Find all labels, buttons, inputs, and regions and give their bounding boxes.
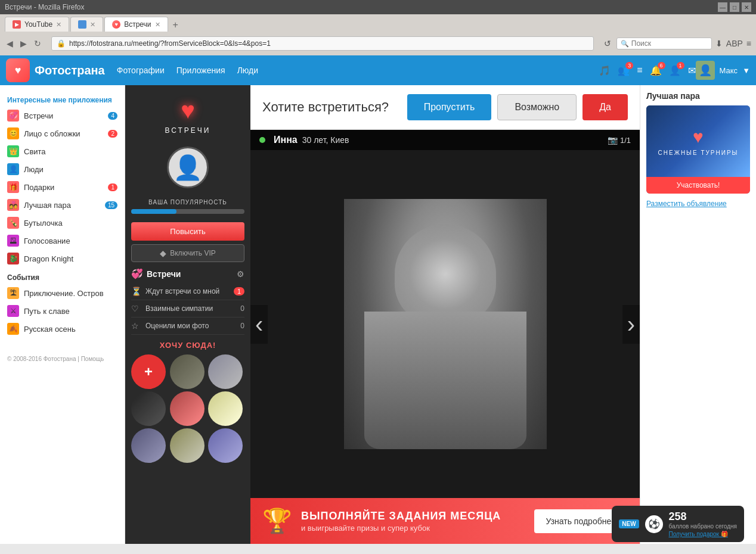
score-ball-icon: ⚽ (645, 515, 663, 533)
mutual-label: Взаимные симпатии (145, 304, 240, 313)
glory-icon: ⚔ (7, 305, 19, 317)
hochu-avatar-7[interactable] (170, 428, 205, 463)
bestpair-app-icon: 💑 (7, 199, 19, 211)
gifts-badge: 1 (108, 183, 117, 191)
reload-button[interactable]: ↺ (602, 39, 613, 48)
list-icon[interactable]: ≡ (637, 65, 642, 76)
tab-close-2[interactable]: ✕ (90, 21, 95, 29)
search-input[interactable] (631, 39, 703, 48)
friends-icon[interactable]: 👥 3 (618, 65, 630, 76)
hochu-avatar-3[interactable] (131, 391, 166, 426)
bottle-app-icon: 🍾 (7, 217, 19, 229)
tab-vstrech[interactable]: ♥ Встречи ✕ (104, 17, 168, 32)
vip-btn-label: Включить VIP (170, 249, 216, 257)
profile-icon[interactable]: 👤 1 (669, 65, 681, 76)
tab-close-vstrech[interactable]: ✕ (155, 21, 160, 29)
menu-button[interactable]: ≡ (746, 39, 751, 48)
tab-close-youtube[interactable]: ✕ (56, 21, 61, 29)
hochu-add-button[interactable]: + (131, 354, 166, 389)
content-area: Хотите встретиться? Пропустить Возможно … (250, 85, 640, 544)
tab-youtube[interactable]: ▶ YouTube ✕ (5, 17, 69, 32)
filter-icon[interactable]: ⚙ (237, 269, 244, 279)
mail-icon[interactable]: ✉ (688, 65, 696, 76)
url-input[interactable] (69, 39, 588, 48)
footer-text: © 2008-2016 Фотострана | Помощь (0, 350, 125, 368)
sidebar-item-vote-label: Голосование (24, 236, 70, 245)
sidebar-item-svita[interactable]: 👑 Свита (0, 142, 125, 160)
sidebar-item-vote[interactable]: 🗳 Голосование (0, 232, 125, 250)
download-button[interactable]: ⬇ (715, 39, 723, 48)
user-area[interactable]: 👤 Макс ▼ (696, 61, 750, 80)
maybe-button[interactable]: Возможно (497, 94, 577, 120)
rated-count: 0 (240, 322, 244, 330)
user-profile-avatar[interactable]: 👤 (167, 147, 209, 188)
sidebar-item-vstrech-label: Встречи (24, 111, 53, 120)
boost-button[interactable]: Повысить (131, 222, 244, 241)
popularity-bar-bg (131, 209, 244, 214)
sidebar-item-people[interactable]: 👤 Люди (0, 160, 125, 178)
new-tab-button[interactable]: + (169, 18, 182, 32)
waiting-badge: 1 (234, 287, 244, 295)
score-widget: NEW ⚽ 258 баллов набрано сегодня Получит… (612, 506, 744, 542)
sidebar-item-gifts[interactable]: 🎁 Подарки 1 (0, 178, 125, 196)
sidebar-item-autumn-label: Русская осень (24, 325, 76, 334)
sidebar-item-autumn[interactable]: 🍂 Русская осень (0, 320, 125, 338)
waiting-icon: ⏳ (131, 287, 145, 296)
user-dropdown-icon[interactable]: ▼ (742, 66, 750, 75)
abp-button[interactable]: ABP (726, 39, 743, 48)
tab-bar: ▶ YouTube ✕ ✕ ♥ Встречи ✕ + (0, 14, 756, 32)
logo-area[interactable]: ♥ Фотострана (6, 58, 105, 82)
maximize-button[interactable]: □ (730, 2, 739, 12)
vip-button[interactable]: ◆ Включить VIP (131, 244, 244, 262)
back-button[interactable]: ◀ (5, 39, 15, 48)
hochu-avatar-1[interactable] (170, 354, 205, 389)
photo-prev-button[interactable]: ‹ (250, 305, 268, 344)
place-ad-link[interactable]: Разместить объявление (646, 200, 750, 208)
notify-icon[interactable]: 🔔 6 (650, 65, 662, 76)
online-dot (259, 137, 265, 143)
nav-people[interactable]: Люди (237, 66, 258, 75)
mutual-count: 0 (240, 304, 244, 313)
tab-vstrech-label: Встречи (124, 20, 151, 29)
music-icon[interactable]: 🎵 (599, 65, 611, 76)
forward-button[interactable]: ▶ (18, 39, 29, 48)
sidebar-item-dragon[interactable]: 🐉 Dragon Knight (0, 250, 125, 267)
photo-section: Инна 30 лет, Киев 📷 1/1 ‹ › � (250, 130, 640, 544)
participate-button[interactable]: Участвовать! (646, 177, 750, 194)
title-bar: Встречи - Mozilla Firefox — □ ✕ (0, 0, 756, 14)
sidebar-item-vstrech[interactable]: 💞 Встречи 4 (0, 107, 125, 125)
vip-diamond-icon: ◆ (160, 248, 166, 258)
rated-icon: ☆ (131, 321, 145, 331)
nav-apps[interactable]: Приложения (176, 66, 225, 75)
skip-button[interactable]: Пропустить (407, 94, 492, 120)
yes-button[interactable]: Да (583, 94, 628, 120)
tab-2[interactable]: ✕ (70, 17, 103, 32)
gifts-app-icon: 🎁 (7, 181, 19, 193)
nav-photos[interactable]: Фотографии (117, 66, 165, 75)
meeting-item-mutual[interactable]: ♡ Взаимные симпатии 0 (131, 300, 244, 318)
trophy-icon: 🏆 (262, 507, 292, 535)
meeting-item-waiting[interactable]: ⏳ Ждут встречи со мной 1 (131, 283, 244, 300)
person-identity: Инна 30 лет, Киев (259, 135, 349, 145)
refresh-button[interactable]: ↻ (32, 39, 43, 48)
mutual-icon: ♡ (131, 304, 145, 313)
sidebar-item-face[interactable]: 😊 Лицо с обложки 2 (0, 125, 125, 142)
rated-label: Оценили мои фото (145, 322, 240, 330)
user-avatar: 👤 (696, 61, 715, 80)
sidebar-item-bestpair[interactable]: 💑 Лучшая пара 15 (0, 196, 125, 214)
sidebar-item-bottle[interactable]: 🍾 Бутылочка (0, 214, 125, 232)
hochu-avatar-5[interactable] (208, 391, 243, 426)
close-button[interactable]: ✕ (742, 2, 751, 12)
photo-next-button[interactable]: › (622, 305, 640, 344)
hochu-avatar-8[interactable] (208, 428, 243, 463)
hochu-avatar-6[interactable] (131, 428, 166, 463)
sidebar-item-adventure[interactable]: 🏝 Приключение. Остров (0, 284, 125, 302)
header-icons: 🎵 👥 3 ≡ 🔔 6 👤 1 ✉ (599, 65, 695, 76)
score-gift-link[interactable]: Получить подарок 🎁 (669, 531, 737, 537)
hochu-avatar-2[interactable] (208, 354, 243, 389)
meeting-item-rated[interactable]: ☆ Оценили мои фото 0 (131, 318, 244, 335)
hochu-avatar-4[interactable] (170, 391, 205, 426)
minimize-button[interactable]: — (718, 2, 727, 12)
sidebar-item-bestpair-label: Лучшая пара (24, 201, 71, 210)
sidebar-item-glory[interactable]: ⚔ Путь к славе (0, 302, 125, 320)
